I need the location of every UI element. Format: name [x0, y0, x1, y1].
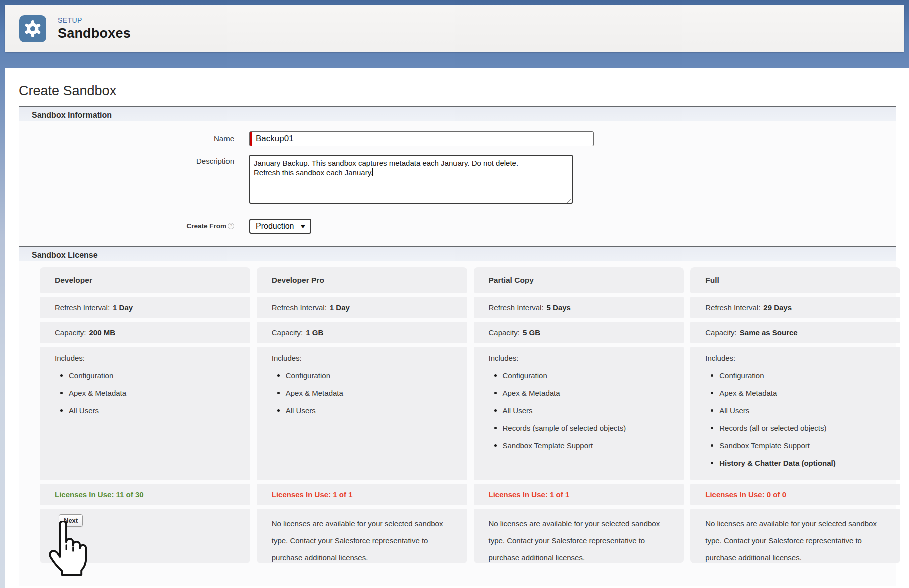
- refresh-interval-row-value: 5 Days: [547, 303, 571, 312]
- license-type-title: Full: [690, 267, 900, 293]
- no-licenses-message: No licenses are available for your selec…: [474, 509, 684, 566]
- license-grid: DeveloperRefresh Interval:1 DayCapacity:…: [40, 267, 900, 563]
- refresh-interval-row: Refresh Interval:29 Days: [690, 297, 900, 318]
- sandbox-license-body: DeveloperRefresh Interval:1 DayCapacity:…: [19, 261, 896, 586]
- name-label: Name: [19, 131, 249, 146]
- refresh-interval-row-label: Refresh Interval:: [272, 303, 327, 312]
- capacity-row: Capacity:Same as Source: [690, 322, 900, 343]
- refresh-interval-row: Refresh Interval:1 Day: [40, 297, 250, 318]
- includes-label: Includes:: [272, 354, 457, 362]
- capacity-row-label: Capacity:: [272, 328, 303, 337]
- create-from-select[interactable]: Production ▼: [249, 219, 311, 234]
- setup-header: SETUP Sandboxes: [5, 5, 904, 52]
- capacity-row-label: Capacity:: [489, 328, 520, 337]
- next-button[interactable]: Next: [59, 514, 83, 527]
- includes-item: All Users: [489, 406, 674, 415]
- includes-label: Includes:: [705, 354, 890, 362]
- refresh-interval-row: Refresh Interval:5 Days: [474, 297, 684, 318]
- includes-item: History & Chatter Data (optional): [705, 459, 890, 467]
- includes-item: Sandbox Template Support: [705, 441, 890, 450]
- refresh-interval-row: Refresh Interval:1 Day: [257, 297, 467, 318]
- capacity-row: Capacity:200 MB: [40, 322, 250, 343]
- sandbox-license-section: Sandbox License DeveloperRefresh Interva…: [19, 246, 896, 586]
- includes-item: Records (sample of selected objects): [489, 424, 674, 432]
- text-caret: [372, 168, 373, 176]
- licenses-in-use: Licenses In Use: 0 of 0: [690, 484, 900, 505]
- sandbox-information-section: Sandbox Information Name Description Jan…: [19, 106, 896, 246]
- includes-item: Configuration: [272, 371, 457, 380]
- setup-eyebrow: SETUP: [58, 16, 131, 24]
- required-indicator: [250, 132, 252, 146]
- capacity-row-label: Capacity:: [55, 328, 86, 337]
- license-footer: No licenses are available for your selec…: [474, 509, 684, 563]
- includes-item: Apex & Metadata: [55, 389, 240, 397]
- includes-row: Includes:ConfigurationApex & MetadataAll…: [257, 347, 467, 480]
- includes-item: Apex & Metadata: [705, 389, 890, 397]
- sandbox-information-body: Name Description January Backup. This sa…: [19, 121, 896, 246]
- includes-row: Includes:ConfigurationApex & MetadataAll…: [690, 347, 900, 480]
- includes-row: Includes:ConfigurationApex & MetadataAll…: [474, 347, 684, 480]
- capacity-row-value: 200 MB: [89, 328, 116, 337]
- capacity-row-value: 1 GB: [306, 328, 323, 337]
- license-footer: No licenses are available for your selec…: [257, 509, 467, 563]
- create-from-selected-value: Production: [256, 222, 294, 231]
- license-type-title: Developer: [40, 267, 250, 293]
- refresh-interval-row-value: 1 Day: [330, 303, 350, 312]
- setup-gear-tile: [19, 15, 46, 42]
- description-field-wrap: January Backup. This sandbox captures me…: [249, 155, 573, 206]
- includes-item: Configuration: [55, 371, 240, 380]
- refresh-interval-row-label: Refresh Interval:: [705, 303, 760, 312]
- name-field-wrap: [249, 131, 594, 146]
- refresh-interval-row-value: 1 Day: [113, 303, 133, 312]
- create-from-label: Create From?: [19, 219, 249, 234]
- includes-item: Apex & Metadata: [489, 389, 674, 397]
- license-footer: No licenses are available for your selec…: [690, 509, 900, 563]
- capacity-row-value: Same as Source: [740, 328, 798, 337]
- no-licenses-message: No licenses are available for your selec…: [690, 509, 900, 566]
- license-type-title: Developer Pro: [257, 267, 467, 293]
- header-text: SETUP Sandboxes: [58, 16, 131, 41]
- no-licenses-message: No licenses are available for your selec…: [257, 509, 467, 566]
- license-column-developer-pro: Developer ProRefresh Interval:1 DayCapac…: [257, 267, 467, 563]
- page-title: Create Sandbox: [5, 68, 909, 99]
- license-type-title: Partial Copy: [474, 267, 684, 293]
- includes-row: Includes:ConfigurationApex & MetadataAll…: [40, 347, 250, 480]
- includes-item: Apex & Metadata: [272, 389, 457, 397]
- refresh-interval-row-label: Refresh Interval:: [489, 303, 544, 312]
- capacity-row-label: Capacity:: [705, 328, 737, 337]
- sandboxes-setup-page: SETUP Sandboxes Create Sandbox Sandbox I…: [0, 0, 909, 588]
- capacity-row-value: 5 GB: [523, 328, 540, 337]
- license-column-partial-copy: Partial CopyRefresh Interval:5 DaysCapac…: [474, 267, 684, 563]
- license-column-full: FullRefresh Interval:29 DaysCapacity:Sam…: [690, 267, 900, 563]
- includes-item: All Users: [272, 406, 457, 415]
- includes-list: ConfigurationApex & MetadataAll Users: [55, 371, 240, 415]
- includes-item: Sandbox Template Support: [489, 441, 674, 450]
- licenses-in-use: Licenses In Use: 1 of 1: [474, 484, 684, 505]
- page-header-title: Sandboxes: [58, 26, 131, 41]
- content-area: Create Sandbox Sandbox Information Name …: [5, 68, 909, 588]
- includes-list: ConfigurationApex & MetadataAll UsersRec…: [489, 371, 674, 450]
- name-input[interactable]: [249, 131, 594, 146]
- license-footer: Next: [40, 509, 250, 563]
- licenses-in-use: Licenses In Use: 11 of 30: [40, 484, 250, 505]
- includes-item: Configuration: [705, 371, 890, 380]
- sandbox-information-header: Sandbox Information: [19, 106, 896, 121]
- capacity-row: Capacity:5 GB: [474, 322, 684, 343]
- capacity-row: Capacity:1 GB: [257, 322, 467, 343]
- includes-item: All Users: [55, 406, 240, 415]
- sandbox-license-header: Sandbox License: [19, 246, 896, 261]
- includes-label: Includes:: [55, 354, 240, 362]
- license-column-developer: DeveloperRefresh Interval:1 DayCapacity:…: [40, 267, 250, 563]
- create-from-label-text: Create From: [186, 222, 226, 230]
- description-label: Description: [19, 155, 249, 165]
- chevron-down-icon: ▼: [299, 223, 307, 229]
- description-textarea[interactable]: January Backup. This sandbox captures me…: [249, 155, 573, 204]
- includes-item: Configuration: [489, 371, 674, 380]
- info-icon[interactable]: ?: [228, 223, 234, 229]
- includes-item: Records (all or selected objects): [705, 424, 890, 432]
- includes-label: Includes:: [489, 354, 674, 362]
- includes-list: ConfigurationApex & MetadataAll UsersRec…: [705, 371, 890, 467]
- licenses-in-use: Licenses In Use: 1 of 1: [257, 484, 467, 505]
- refresh-interval-row-label: Refresh Interval:: [55, 303, 110, 312]
- includes-list: ConfigurationApex & MetadataAll Users: [272, 371, 457, 415]
